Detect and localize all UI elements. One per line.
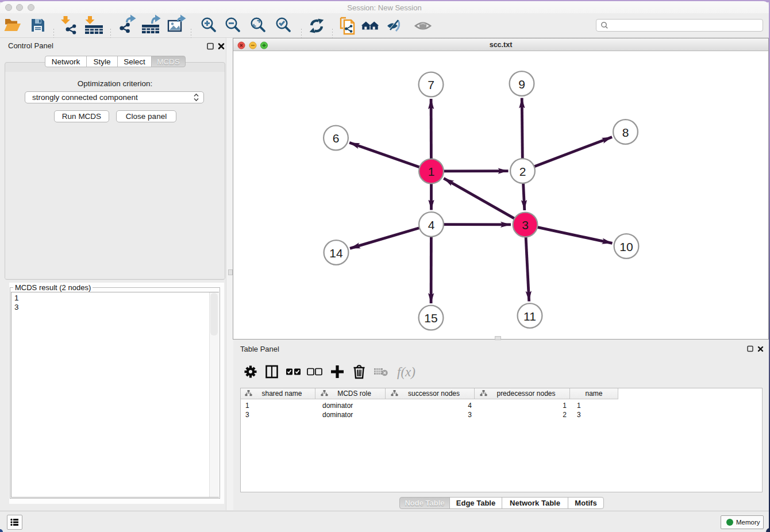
svg-text:11: 11 bbox=[523, 310, 536, 323]
svg-text:1: 1 bbox=[428, 165, 435, 178]
svg-text:4: 4 bbox=[428, 218, 435, 232]
svg-text:7: 7 bbox=[428, 78, 434, 91]
svg-text:2: 2 bbox=[519, 165, 526, 178]
svg-text:8: 8 bbox=[622, 126, 629, 139]
svg-text:3: 3 bbox=[522, 218, 529, 232]
svg-text:10: 10 bbox=[619, 240, 633, 253]
svg-text:15: 15 bbox=[424, 311, 437, 325]
svg-text:9: 9 bbox=[518, 78, 525, 91]
svg-text:f(x): f(x) bbox=[397, 365, 415, 379]
svg-text:14: 14 bbox=[329, 246, 343, 260]
svg-text:6: 6 bbox=[333, 132, 340, 145]
